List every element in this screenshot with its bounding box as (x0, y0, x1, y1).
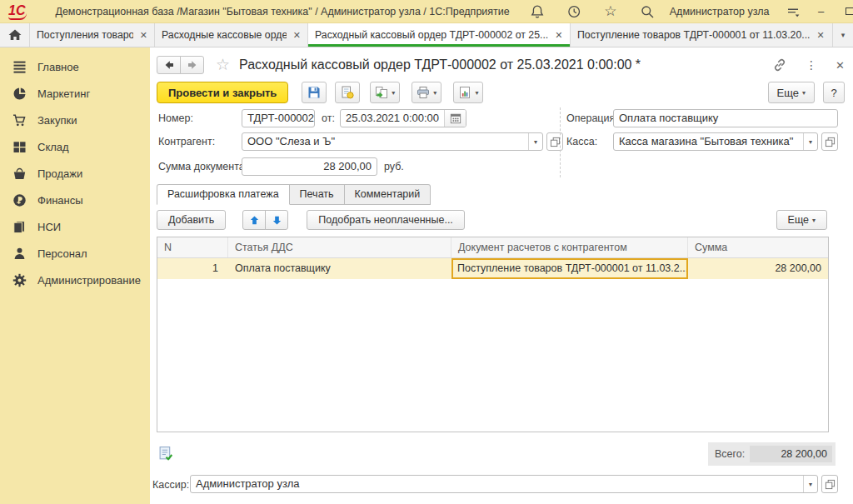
sidebar-item-label: Персонал (37, 247, 87, 260)
minimize-icon[interactable]: – (813, 3, 830, 20)
calendar-button[interactable] (444, 110, 466, 127)
cashier-dropdown[interactable]: ▾ (803, 476, 817, 492)
column-header-n[interactable]: N (157, 237, 228, 257)
tab-postuplenie-tovarov-doc[interactable]: Поступление товаров ТДРТ-000001 от 11.03… (571, 23, 833, 47)
chevron-down-icon: ▾ (809, 138, 812, 146)
tab-rashodnye-kassovye-ordera[interactable]: Расходные кассовые ордера ✕ (155, 23, 308, 47)
open-in-window-icon (825, 479, 836, 490)
cashier-value: Администратор узла (191, 476, 803, 492)
fields-column-separator (560, 107, 561, 177)
maximize-glyph (846, 7, 853, 15)
column-header-article[interactable]: Статья ДДС (228, 237, 451, 257)
column-header-amount[interactable]: Сумма (688, 237, 828, 257)
search-icon[interactable] (638, 2, 656, 21)
counterparty-input[interactable]: ООО "Слеза и Ъ" ▾ (242, 132, 543, 151)
counterparty-dropdown[interactable]: ▾ (528, 133, 542, 150)
sidebar-item-nsi[interactable]: НСИ (0, 213, 150, 240)
column-header-settlement-doc[interactable]: Документ расчетов с контрагентом (451, 237, 688, 257)
notifications-bell-icon[interactable] (528, 2, 546, 21)
cell-settlement-doc-selected[interactable]: Поступление товаров ТДРТ-000001 от 11.03… (451, 258, 688, 279)
document-form: ☆ Расходный кассовый ордер ТДРТ-000002 о… (150, 47, 853, 504)
1c-logo: 1С (8, 3, 27, 20)
table-row[interactable]: 1 Оплата поставщику Поступление товаров … (157, 258, 828, 279)
sidebar-item-personnel[interactable]: Персонал (0, 240, 150, 267)
pick-unpaid-button[interactable]: Подобрать неоплаченные... (307, 210, 465, 230)
move-row-up-button[interactable] (242, 210, 266, 230)
cell-row-number[interactable]: 1 (157, 258, 228, 279)
cashbox-input[interactable]: Касса магазина "Бытовая техника" ▾ (613, 132, 818, 151)
more-button[interactable]: Еще ▾ (768, 82, 815, 103)
operation-input[interactable]: Оплата поставщику (613, 109, 838, 127)
get-link-icon[interactable] (772, 57, 787, 72)
pie-chart-icon (12, 87, 27, 101)
tab-print[interactable]: Печать (290, 184, 345, 205)
tab-close-icon[interactable]: ✕ (293, 30, 301, 41)
help-button[interactable]: ? (823, 82, 845, 103)
page-title: Расходный кассовый ордер ТДРТ-000002 от … (239, 57, 641, 72)
favorite-star-icon[interactable]: ☆ (216, 57, 230, 73)
sidebar-item-main[interactable]: Главное (0, 53, 150, 80)
total-label: Всего: (708, 448, 750, 460)
tab-postupleniya-tovarov[interactable]: Поступления товаров ✕ (30, 23, 155, 47)
favorites-star-icon[interactable]: ☆ (601, 2, 620, 21)
cashbox-dropdown[interactable]: ▾ (803, 133, 817, 150)
help-button-label: ? (831, 87, 836, 99)
sidebar-item-marketing[interactable]: Маркетинг (0, 80, 150, 107)
document-movements-button[interactable] (158, 446, 175, 462)
sidebar-item-administration[interactable]: Администрирование (0, 267, 150, 293)
tab-comment[interactable]: Комментарий (345, 184, 431, 205)
post-and-close-button[interactable]: Провести и закрыть (157, 82, 288, 103)
cashbox-open-button[interactable] (821, 132, 838, 151)
sidebar-item-warehouse[interactable]: Склад (0, 133, 150, 160)
tab-overflow-dropdown[interactable]: ▾ (833, 23, 853, 47)
post-document-button[interactable] (335, 82, 360, 103)
more-actions-kebab-icon[interactable]: ⋮ (806, 58, 817, 72)
open-in-window-icon (550, 137, 561, 147)
cell-article[interactable]: Оплата поставщику (228, 258, 451, 279)
tab-close-icon[interactable]: ✕ (816, 30, 824, 41)
counterparty-open-button[interactable] (546, 132, 563, 151)
cell-amount[interactable]: 28 200,00 (688, 258, 828, 279)
more-button-label: Еще (777, 87, 799, 99)
grid-more-button[interactable]: Еще ▾ (776, 210, 827, 230)
counterparty-label: Контрагент: (158, 132, 215, 151)
chevron-down-icon: ▾ (812, 217, 816, 224)
create-based-on-button[interactable]: ▾ (370, 82, 400, 103)
home-tab[interactable] (0, 23, 30, 47)
sidebar-item-purchases[interactable]: Закупки (0, 107, 150, 133)
cashier-open-button[interactable] (821, 475, 838, 493)
add-row-button[interactable]: Добавить (157, 210, 226, 230)
sidebar-item-finance[interactable]: Финансы (0, 187, 150, 213)
list-icon (12, 60, 27, 74)
tab-rashodny-kassovy-order-active[interactable]: Расходный кассовый ордер ТДРТ-000002 от … (308, 23, 571, 47)
sidebar-item-label: Администрирование (37, 274, 141, 287)
tab-close-icon[interactable]: ✕ (555, 30, 562, 41)
back-button[interactable] (157, 56, 181, 74)
arrow-left-icon (162, 58, 176, 72)
sidebar-item-sales[interactable]: Продажи (0, 160, 150, 187)
amount-input[interactable]: 28 200,00 (242, 157, 377, 176)
date-input[interactable]: 25.03.2021 0:00:00 (340, 109, 466, 127)
form-close-icon[interactable]: ✕ (836, 59, 845, 72)
history-icon[interactable] (565, 2, 583, 21)
tab-payment-details[interactable]: Расшифровка платежа (157, 184, 290, 205)
current-user[interactable]: Администратор узла (670, 6, 770, 17)
post-document-icon (341, 86, 354, 99)
cashier-input[interactable]: Администратор узла ▾ (190, 475, 818, 493)
move-row-down-button[interactable] (265, 210, 288, 230)
arrow-right-icon (186, 58, 199, 72)
maximize-icon[interactable] (841, 3, 853, 20)
tab-close-icon[interactable]: ✕ (140, 30, 147, 41)
shopping-cart-icon (12, 113, 27, 127)
tab-label: Расходный кассовый ордер ТДРТ-000002 от … (315, 29, 548, 41)
date-value: 25.03.2021 0:00:00 (341, 110, 444, 127)
service-menu-icon[interactable] (785, 3, 801, 20)
print-button[interactable]: ▾ (412, 82, 441, 103)
forward-button[interactable] (180, 56, 204, 74)
number-input[interactable]: ТДРТ-000002 (242, 109, 315, 127)
reports-button[interactable]: ▾ (453, 82, 483, 103)
person-icon (12, 247, 27, 261)
arrow-down-icon (272, 215, 282, 226)
table-header: N Статья ДДС Документ расчетов с контраг… (157, 237, 828, 258)
save-button[interactable] (302, 82, 327, 103)
